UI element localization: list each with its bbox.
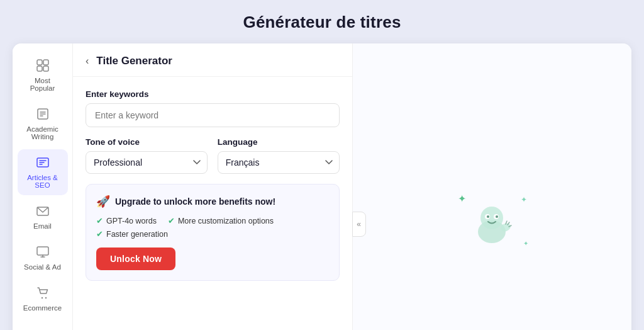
svg-rect-0 <box>37 60 42 65</box>
svg-rect-1 <box>43 60 48 65</box>
upgrade-title: Upgrade to unlock more benefits now! <box>115 196 275 207</box>
tone-label: Tone of voice <box>86 137 208 147</box>
svg-point-27 <box>496 215 498 218</box>
upgrade-feature-gpt4o: ✔ GPT-4o words <box>96 216 157 225</box>
sidebar: Most Popular Academic Writing Articles &… <box>13 43 73 330</box>
language-select[interactable]: Français English Español Deutsch <box>218 151 340 174</box>
ecommerce-icon <box>36 286 50 302</box>
main-panel: ‹ Title Generator Enter keywords Tone of… <box>73 43 353 330</box>
upgrade-feature-customization: ✔ More customization options <box>168 216 274 225</box>
keyword-field-group: Enter keywords <box>86 89 340 127</box>
svg-point-23 <box>480 207 503 229</box>
sidebar-item-most-popular-label: Most Popular <box>23 77 63 92</box>
panel-body: Enter keywords Tone of voice Professiona… <box>73 77 352 330</box>
check-icon-gpt4o: ✔ <box>96 216 103 225</box>
social-ad-icon <box>36 245 50 261</box>
panel-title: Title Generator <box>96 55 172 67</box>
main-card: Most Popular Academic Writing Articles &… <box>13 43 631 330</box>
upgrade-features: ✔ GPT-4o words ✔ More customization opti… <box>96 216 329 239</box>
sparkle-icon-2: ✦ <box>521 195 527 204</box>
svg-rect-13 <box>37 247 48 255</box>
others-icon: ••• <box>35 327 50 330</box>
bot-body: ✦ ✦ ✦ <box>467 199 517 249</box>
collapse-button[interactable]: « <box>352 212 366 237</box>
sparkle-icon-1: ✦ <box>458 193 466 205</box>
language-label: Language <box>218 137 340 147</box>
svg-point-16 <box>41 297 42 299</box>
sidebar-item-academic-writing-label: Academic Writing <box>23 125 63 140</box>
tone-select[interactable]: Professional Casual Formal Friendly <box>86 151 208 174</box>
svg-rect-2 <box>37 66 42 71</box>
back-button[interactable]: ‹ <box>86 55 89 67</box>
sidebar-item-social-ad-label: Social & Ad <box>24 263 61 271</box>
sidebar-item-email-label: Email <box>33 222 52 230</box>
sidebar-item-academic-writing[interactable]: Academic Writing <box>18 101 68 147</box>
sidebar-item-ecommerce[interactable]: Ecommerce <box>18 280 68 318</box>
panel-header: ‹ Title Generator <box>73 43 352 77</box>
svg-point-17 <box>45 297 46 299</box>
upgrade-feature-gpt4o-label: GPT-4o words <box>106 217 157 225</box>
keyword-input[interactable] <box>86 103 340 127</box>
sparkle-icon-3: ✦ <box>523 240 528 247</box>
sidebar-item-social-ad[interactable]: Social & Ad <box>18 239 68 277</box>
unlock-button[interactable]: Unlock Now <box>96 248 175 270</box>
sidebar-item-others[interactable]: ••• Others <box>18 321 68 330</box>
sidebar-item-email[interactable]: Email <box>18 198 68 236</box>
upgrade-feature-customization-label: More customization options <box>178 217 274 225</box>
sidebar-item-most-popular[interactable]: Most Popular <box>18 52 68 98</box>
check-icon-customization: ✔ <box>168 216 175 225</box>
svg-point-26 <box>487 215 489 218</box>
upgrade-feature-faster: ✔ Faster generation <box>96 229 168 239</box>
upgrade-box: 🚀 Upgrade to unlock more benefits now! ✔… <box>86 184 340 281</box>
sidebar-item-ecommerce-label: Ecommerce <box>23 304 62 312</box>
upgrade-icon: 🚀 <box>96 195 110 208</box>
academic-writing-icon <box>36 107 50 123</box>
most-popular-icon <box>36 59 50 74</box>
email-icon <box>36 204 50 220</box>
sidebar-item-articles-seo[interactable]: Articles & SEO <box>18 149 68 195</box>
tone-field-group: Tone of voice Professional Casual Formal… <box>86 137 208 174</box>
bot-svg <box>467 199 517 249</box>
check-icon-faster: ✔ <box>96 229 103 239</box>
right-panel: « ✦ ✦ ✦ <box>353 43 632 330</box>
language-field-group: Language Français English Español Deutsc… <box>218 137 340 174</box>
articles-seo-icon <box>36 156 50 171</box>
bot-illustration: ✦ ✦ ✦ <box>467 199 517 249</box>
keyword-label: Enter keywords <box>86 89 340 99</box>
sidebar-item-articles-seo-label: Articles & SEO <box>23 174 63 189</box>
tone-language-row: Tone of voice Professional Casual Formal… <box>86 137 340 174</box>
upgrade-feature-faster-label: Faster generation <box>106 230 168 239</box>
svg-rect-3 <box>43 66 48 71</box>
upgrade-header: 🚀 Upgrade to unlock more benefits now! <box>96 195 329 208</box>
page-title: Générateur de titres <box>243 13 401 32</box>
